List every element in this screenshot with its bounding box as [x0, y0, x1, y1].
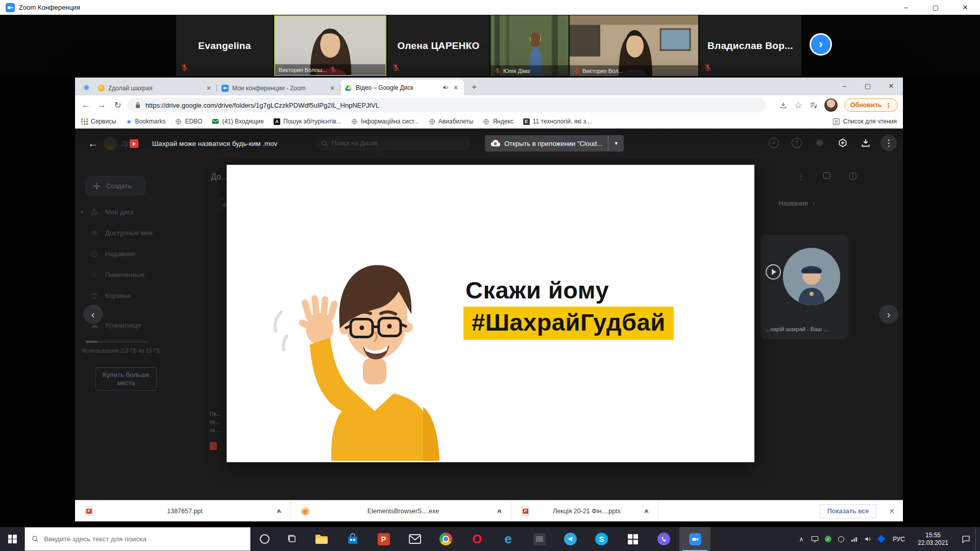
bookmark-yandex[interactable]: Яндекс — [483, 118, 513, 125]
download-menu-chevron[interactable]: ∧ — [496, 508, 503, 514]
bookmark-11-technologies[interactable]: E 11 технологій, які з... — [523, 118, 591, 125]
dropdown-arrow-icon[interactable]: ▼ — [608, 141, 624, 146]
taskbar-skype[interactable]: S — [586, 527, 617, 551]
download-menu-chevron[interactable]: ∧ — [643, 508, 650, 514]
taskbar-powerpoint[interactable]: P — [368, 527, 399, 551]
next-file-button[interactable]: › — [879, 305, 898, 324]
browser-minimize-button[interactable]: – — [832, 78, 856, 94]
tab-audio-icon[interactable] — [442, 84, 449, 91]
preview-back-button[interactable]: ← — [85, 136, 101, 151]
new-tab-button[interactable]: + — [467, 80, 481, 94]
taskbar-photos[interactable] — [524, 527, 555, 551]
taskbar-clock[interactable]: 15:55 22.03.2021 — [910, 532, 956, 547]
show-all-downloads-button[interactable]: Показать все — [820, 504, 877, 518]
participant-tile[interactable]: Владислав Вор... — [699, 15, 801, 76]
search-input[interactable] — [44, 535, 243, 543]
start-button[interactable] — [0, 527, 24, 551]
zoom-minimize-button[interactable]: – — [891, 0, 921, 15]
taskbar-telegram[interactable] — [555, 527, 586, 551]
globe-icon — [483, 118, 489, 125]
taskbar-microsoft-store[interactable] — [337, 527, 368, 551]
download-item[interactable]: Лекція 20-21 Фін....pptx ∧ — [511, 500, 658, 521]
taskbar-search-box[interactable] — [24, 527, 251, 551]
video-caption-hashtag: #ШахрайГудбай — [463, 307, 674, 340]
participant-tile[interactable]: Виктория Вол... — [570, 15, 698, 76]
zoom-close-button[interactable]: ✕ — [950, 0, 980, 15]
taskbar-edge[interactable]: e — [493, 527, 524, 551]
bookmark-star-icon[interactable]: ☆ — [794, 100, 802, 111]
reload-button[interactable]: ↻ — [110, 97, 126, 113]
language-indicator[interactable]: РУС — [888, 536, 910, 543]
settings-gear-icon[interactable] — [812, 135, 828, 151]
tab-zoom-conferences[interactable]: Мои конференции - Zoom ✕ — [217, 81, 340, 95]
approval-icon[interactable]: ✓ — [766, 135, 782, 151]
video-preview-canvas[interactable]: Скажи йому #ШахрайГудбай — [227, 165, 754, 462]
media-playlist-icon[interactable] — [809, 101, 818, 110]
download-menu-chevron[interactable]: ∧ — [276, 508, 282, 514]
tray-monitor-icon[interactable] — [808, 527, 821, 551]
save-download-icon[interactable] — [779, 101, 788, 110]
zoom-maximize-button[interactable]: ▢ — [921, 0, 950, 15]
taskbar-zoom-active[interactable] — [679, 527, 710, 551]
info-icon: i — [849, 172, 856, 180]
more-options-icon[interactable]: ⋮ — [880, 135, 897, 151]
bookmark-servicy[interactable]: Сервисы — [81, 118, 116, 125]
time-label: 15:55 — [910, 532, 956, 539]
update-chrome-button[interactable]: Обновить ⋮ — [844, 98, 898, 112]
url-text[interactable]: https://drive.google.com/drive/folders/1… — [145, 102, 379, 109]
show-desktop-button[interactable] — [975, 527, 979, 551]
next-participants-button[interactable]: › — [810, 33, 832, 56]
tray-network-icon[interactable] — [848, 527, 861, 551]
browser-close-button[interactable]: ✕ — [879, 78, 903, 94]
action-center-button[interactable] — [956, 527, 975, 551]
tab-zdolay-shakhraya[interactable]: Zдолай шахрая ✕ — [93, 81, 217, 95]
participant-tile-active-speaker[interactable]: Виктория Волош... — [274, 15, 386, 76]
tab-close-icon[interactable]: ✕ — [205, 85, 212, 92]
browser-restore-button[interactable]: ▢ — [856, 78, 879, 94]
bookmark-edbo[interactable]: EDBO — [175, 118, 202, 125]
taskbar-viber[interactable] — [648, 527, 679, 551]
tray-volume-icon[interactable] — [861, 527, 874, 551]
back-button[interactable]: ← — [78, 97, 94, 113]
date-label: 22.03.2021 — [910, 539, 956, 547]
participant-tile[interactable]: Юлія Діма — [491, 15, 569, 76]
zoom-window-title: Zoom Конференция — [19, 4, 80, 11]
pinned-tab[interactable]: ❋ — [79, 81, 93, 95]
participant-tile[interactable]: Evangelina — [176, 15, 273, 76]
tab-google-drive-active[interactable]: Відео – Google Диск ✕ — [340, 80, 464, 95]
download-item[interactable]: 1387657.ppt ∧ — [75, 500, 291, 521]
download-icon[interactable] — [857, 135, 874, 151]
taskbar-opera[interactable]: O — [461, 527, 493, 551]
share-add-person-icon[interactable] — [835, 135, 851, 151]
cortana-button[interactable] — [251, 527, 278, 551]
help-icon[interactable]: ? — [789, 135, 805, 151]
taskbar-mail[interactable] — [399, 527, 430, 551]
system-tray: ∧ ✓ РУС 15:55 22.03.2021 — [795, 527, 979, 551]
bookmark-inform-system[interactable]: Інформаційна сист... — [351, 118, 419, 125]
bookmark-bookmarks[interactable]: ★ Bookmarks — [126, 118, 166, 126]
tray-antivirus-icon[interactable]: ✓ — [821, 527, 835, 551]
forward-button[interactable]: → — [94, 97, 110, 113]
bookmark-inbox[interactable]: (41) Входящие — [212, 118, 264, 125]
taskbar-chrome[interactable] — [430, 527, 461, 551]
tab-close-icon[interactable]: ✕ — [329, 85, 336, 92]
lock-icon[interactable] — [135, 102, 141, 109]
tray-expand-chevron[interactable]: ∧ — [795, 527, 808, 551]
download-item[interactable]: e ElementsBrowserS....exe ∧ — [291, 500, 511, 521]
bookmark-aviabilety[interactable]: Авиабилеты — [429, 118, 474, 125]
task-view-button[interactable] — [278, 527, 306, 551]
close-downloads-bar-icon[interactable]: ✕ — [889, 507, 895, 515]
open-in-app-button[interactable]: Открыть в приложении "Cloud... ▼ — [485, 135, 624, 152]
bookmark-poshuk[interactable]: A Пошук абітурієнтів... — [274, 118, 341, 125]
address-bar[interactable]: https://drive.google.com/drive/folders/1… — [128, 98, 766, 112]
taskbar-grid-app[interactable] — [617, 527, 648, 551]
profile-avatar[interactable] — [824, 98, 838, 112]
tray-dropbox-icon[interactable] — [874, 527, 888, 551]
bottom-file-card-ghost: Па... по... та ... — [210, 410, 227, 471]
taskbar-file-explorer[interactable] — [306, 527, 337, 551]
reading-list-button[interactable]: Список для чтения — [833, 118, 897, 125]
tray-app-icon[interactable] — [835, 527, 848, 551]
participant-tile[interactable]: Олена ЦАРЕНКО — [387, 15, 489, 76]
previous-file-button[interactable]: ‹ — [83, 305, 103, 324]
tab-close-icon[interactable]: ✕ — [452, 84, 459, 91]
